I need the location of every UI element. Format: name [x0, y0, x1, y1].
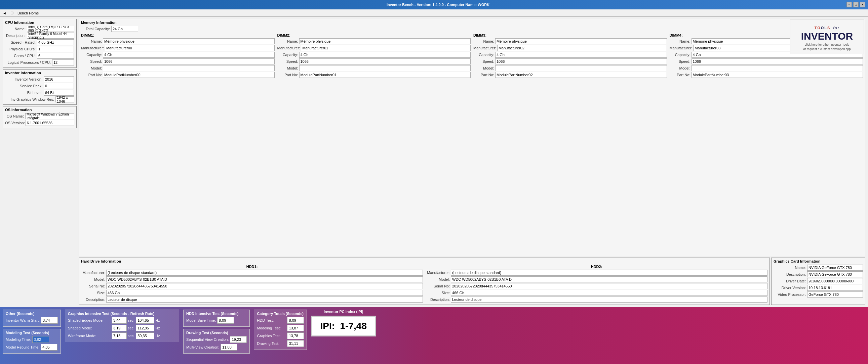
title-bar: Inventor Bench - Version: 1.4.0.0 - Comp… — [0, 0, 868, 9]
ipi-outer: Inventor PC Index (IPI) IPI: 1-7,48 — [311, 309, 376, 336]
cpu-cores-label: Cores / CPU: — [5, 54, 37, 58]
gfx-desc-label: Description: — [774, 272, 807, 276]
logo-line2: INVENTOR — [793, 31, 861, 41]
back-button[interactable]: ◄ — [3, 11, 6, 15]
dimm2-model-value — [299, 65, 471, 71]
dimm4-part-row: Part No: ModulePartNumber03 — [670, 72, 863, 78]
dimm-grid: DIMM1: Name: Mémoire physique Manufactur… — [81, 33, 863, 78]
logo-line1: TOOLS for — [793, 23, 861, 31]
dimm2-mfr-value: Manufacturer01 — [301, 45, 471, 51]
hdd1-mfr-label: Manufacturer: — [81, 271, 106, 275]
dimm3-mfr-row: Manufacturer: Manufacturer02 — [473, 45, 667, 51]
graphics-title: Graphics Card Information — [774, 259, 863, 263]
cpu-desc-row: Description: Intel64 Family 6 Model 44 S… — [5, 33, 74, 39]
inv-bit-label: Bit Level: — [5, 91, 44, 95]
modelsave-value: 8,09 — [217, 317, 234, 324]
dimm3-model-row: Model: — [473, 65, 667, 71]
inv-sp-label: Service Pack: — [5, 84, 44, 88]
dimm3-title: DIMM3: — [473, 33, 667, 37]
modeling-panel: Modeling Test (Seconds) Modeling Time: 3… — [3, 329, 61, 354]
minimize-button[interactable]: − — [846, 2, 852, 7]
dimm2-cap-label: Capacity: — [277, 53, 299, 57]
dimm3-mfr-label: Manufacturer: — [473, 46, 497, 50]
dimm4-speed-row: Speed: 1066 — [670, 59, 863, 64]
gfx-dver-value: 10.18.13.6191 — [807, 285, 863, 291]
dimm2-name-value: Mémoire physique — [299, 38, 471, 44]
wireframe-hz-unit: Hz — [155, 334, 161, 338]
dimm4-cap-label: Capacity: — [670, 53, 691, 57]
memory-panel: Memory Information Total Capacity: 24 Gb… — [79, 19, 865, 256]
shaded-edges-row: Shaded Edges Mode: 3,44 sec 104,65 Hz — [68, 317, 176, 324]
window-controls: − □ × — [846, 2, 865, 7]
inv-res-value: 1942 x 1046 — [56, 96, 74, 102]
inv-version-label: Inventor Version: — [5, 77, 44, 81]
gfx-dver-row: Driver Version: 10.18.13.6191 — [774, 285, 863, 291]
inv-version-row: Inventor Version: 2016 — [5, 76, 74, 82]
category-panel: Category Totals (Seconds) HDD Test: 8,09… — [254, 309, 307, 350]
wireframe-label: Wireframe Mode: — [68, 334, 112, 338]
dimm3-name-value: Mémoire physique — [495, 38, 667, 44]
hdd1-mfr-value: (Lecteurs de disque standard) — [106, 270, 423, 276]
gfx-name-row: Name: NVIDIA GeForce GTX 780 — [774, 265, 863, 271]
dimm4-model-value — [691, 65, 863, 71]
hdd2-mfr-value: (Lecteurs de disque standard) — [451, 270, 768, 276]
dimm2-speed-label: Speed: — [277, 60, 299, 63]
hdd2-desc-label: Description: — [426, 298, 451, 302]
wireframe-sec: 7,15 — [112, 332, 127, 339]
hdd2-desc-row: Description: Lecteur de disque — [426, 297, 768, 303]
cpu-desc-label: Description: — [5, 34, 27, 38]
gfx-desc-value: NVIDIA GeForce GTX 780 — [807, 271, 863, 277]
dimm4-part-label: Part No: — [670, 73, 691, 77]
dimm2-mfr-row: Manufacturer: Manufacturer01 — [277, 45, 471, 51]
dimm1-mfr-row: Manufacturer: Manufacturer00 — [81, 45, 275, 51]
dimm1-title: DIMM1: — [81, 33, 275, 37]
cpu-title: CPU Information — [5, 21, 74, 25]
maximize-button[interactable]: □ — [853, 2, 859, 7]
dimm2-model-row: Model: — [277, 65, 471, 71]
modelingtime-value: 3,82 — [32, 336, 49, 343]
warmstart-label: Inventor Warm Start: — [6, 318, 41, 322]
inventor-panel: Inventor Information Inventor Version: 2… — [3, 69, 76, 105]
dimm1-speed-label: Speed: — [81, 60, 103, 63]
dimm3-part-row: Part No: ModulePartNumber02 — [473, 72, 667, 78]
inv-version-value: 2016 — [44, 76, 74, 82]
memory-total-label: Total Capacity: — [81, 27, 111, 31]
hdd2-mfr-label: Manufacturer: — [426, 271, 451, 275]
hdd2-model-row: Model: WDC WD5002ABYS-02B1B0 ATA D — [426, 276, 768, 283]
menu-bench-home[interactable]: Bench Home — [18, 11, 39, 15]
gfx-vproc-label: Video Processor: — [774, 293, 807, 297]
multiview-row: Multi-View Creation: 11,88 — [186, 344, 247, 351]
dimm3-model-label: Model: — [473, 66, 495, 70]
other-title: Other (Seconds) — [6, 311, 58, 316]
dimm3-name-label: Name: — [473, 39, 495, 43]
dimm3-speed-value: 1066 — [495, 59, 667, 64]
os-name-value: Microsoft Windows 7 Édition Intégrale — [25, 113, 74, 119]
gfx-ddate-row: Driver Date: 20160208000000.000000-000 — [774, 278, 863, 284]
dimm3-part-label: Part No: — [473, 73, 495, 77]
hdd-total-value: 8,09 — [287, 317, 304, 324]
hdd-total-row: HDD Test: 8,09 — [257, 317, 304, 324]
cpu-speed-value: 4,65 GHz — [37, 39, 74, 45]
logo-area[interactable]: TOOLS for INVENTOR click here for other … — [790, 20, 864, 54]
shaded-edges-hz-unit: Hz — [155, 318, 161, 322]
inv-bit-value: 64 Bit — [44, 90, 74, 96]
inv-bit-row: Bit Level: 64 Bit — [5, 90, 74, 96]
memory-title: Memory Information — [81, 21, 863, 25]
drawing-total-label: Drawing Test: — [257, 341, 287, 345]
ipi-title: Inventor PC Index (IPI) — [324, 309, 363, 313]
logo-subtext: click here for other Inventor Toolsor re… — [793, 43, 861, 51]
dimm2-part-label: Part No: — [277, 73, 299, 77]
os-panel: OS Information OS Name: Microsoft Window… — [3, 106, 76, 128]
cpu-logical-value: 12 — [52, 60, 74, 65]
seqview-value: 19,23 — [230, 336, 247, 343]
cpu-logical-row: Logical Processors / CPU: 12 — [5, 60, 74, 65]
dimm2-part-row: Part No: ModulePartNumber01 — [277, 72, 471, 78]
hdd1-desc-value: Lecteur de disque — [106, 297, 423, 303]
close-button[interactable]: × — [860, 2, 865, 7]
hdd1-model-value: WDC WD5002ABYS-02B1B0 ATA D — [106, 276, 423, 283]
inv-sp-row: Service Pack: 0 — [5, 83, 74, 89]
other-modeling-col: Other (Seconds) Inventor Warm Start: 3,7… — [3, 309, 61, 354]
shaded-sec-unit: sec — [128, 326, 135, 330]
hdd-panel: Hard Drive Information HDD1: Manufacture… — [79, 258, 770, 305]
wireframe-row: Wireframe Mode: 7,15 sec 50,35 Hz — [68, 332, 176, 339]
